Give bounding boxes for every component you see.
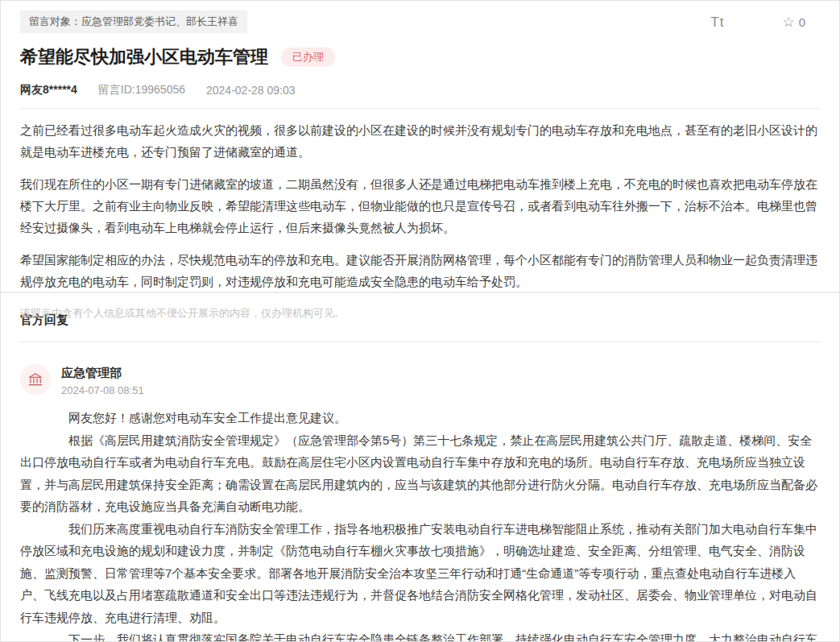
reply-date: 2024-07-08 08:51 (61, 384, 144, 396)
message-paragraph: 我们现在所住的小区一期有专门进储藏室的坡道，二期虽然没有，但很多人还是通过电梯把… (20, 173, 820, 238)
government-building-icon (27, 371, 43, 387)
official-reply-card: 官方回复 应急管理部 2024-07-08 08:51 网友您好！感谢您对电动车… (1, 293, 839, 642)
message-date: 2024-02-28 09:03 (206, 84, 296, 97)
privacy-note: 该留言中含有个人信息或其他不便公开展示的内容，仅办理机构可见。 (20, 306, 820, 321)
message-detail-page: 留言对象：应急管理部党委书记、部长王祥喜 Tt ☆ 0 希望能尽快加强小区电动车… (0, 0, 840, 642)
reply-paragraph: 根据《高层民用建筑消防安全管理规定》（应急管理部令第5号）第三十七条规定，禁止在… (20, 429, 820, 518)
reply-identity: 应急管理部 2024-07-08 08:51 (61, 364, 144, 396)
star-icon: ☆ (782, 14, 794, 31)
author-name: 网友8*****4 (20, 83, 77, 97)
status-badge: 已办理 (281, 48, 335, 67)
message-card: 留言对象：应急管理部党委书记、部长王祥喜 Tt ☆ 0 希望能尽快加强小区电动车… (1, 1, 839, 292)
message-target-tag: 留言对象：应急管理部党委书记、部长王祥喜 (20, 10, 247, 33)
reply-paragraph: 我们历来高度重视电动自行车消防安全管理工作，指导各地积极推广安装电动自行车进电梯… (20, 518, 820, 629)
reply-body: 网友您好！感谢您对电动车安全工作提出意见建议。 根据《高层民用建筑消防安全管理规… (20, 407, 820, 642)
favorite-button[interactable]: ☆ 0 (782, 14, 805, 31)
reply-header: 应急管理部 2024-07-08 08:51 (20, 364, 820, 396)
toolbar: Tt ☆ 0 (710, 14, 805, 31)
message-paragraph: 希望国家能制定相应的办法，尽快规范电动车的停放和充电。建议能否开展消防网格管理，… (20, 249, 820, 292)
message-id: 留言ID:19965056 (98, 83, 185, 97)
message-meta: 网友8*****4 留言ID:19965056 2024-02-28 09:03 (20, 83, 820, 109)
message-body: 之前已经看过很多电动车起火造成火灾的视频，很多以前建设的小区在建设的时候并没有规… (20, 119, 820, 292)
favorite-count: 0 (799, 15, 805, 29)
page-title: 希望能尽快加强小区电动车管理 (20, 45, 268, 69)
agency-name: 应急管理部 (61, 366, 144, 380)
reply-paragraph: 网友您好！感谢您对电动车安全工作提出意见建议。 (20, 407, 820, 429)
font-size-toggle-icon[interactable]: Tt (710, 14, 724, 31)
avatar (20, 364, 51, 395)
reply-paragraph: 下一步，我们将认真贯彻落实国务院关于电动自行车安全隐患全链条整治工作部署，持续强… (20, 628, 820, 642)
reply-divider (20, 342, 820, 342)
title-row: 希望能尽快加强小区电动车管理 已办理 (20, 45, 820, 69)
message-paragraph: 之前已经看过很多电动车起火造成火灾的视频，很多以前建设的小区在建设的时候并没有规… (20, 119, 820, 163)
